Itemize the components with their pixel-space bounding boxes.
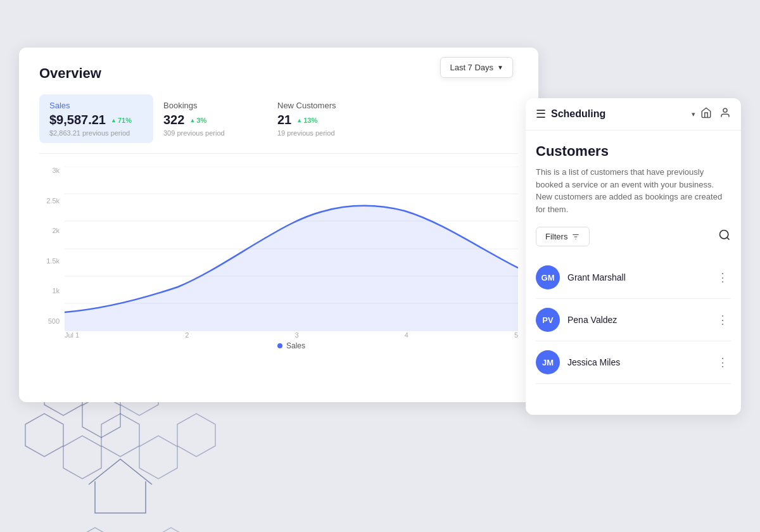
svg-marker-24 xyxy=(152,528,190,532)
chart-main: Jul 1 2 3 4 5 Sales xyxy=(65,167,518,344)
svg-marker-9 xyxy=(63,436,101,479)
svg-point-32 xyxy=(723,108,727,112)
time-filter-button[interactable]: Last 7 Days ▼ xyxy=(440,57,513,78)
user-icon[interactable] xyxy=(719,107,731,121)
svg-line-37 xyxy=(727,238,730,240)
y-label-1k: 1k xyxy=(52,287,60,294)
stat-new-customers-badge: 13% xyxy=(296,117,317,124)
y-label-1.5k: 1.5k xyxy=(46,257,60,265)
stat-sales-badge: 71% xyxy=(111,117,132,124)
customer-item-0[interactable]: GM Grant Marshall ⋮ xyxy=(536,256,731,299)
svg-marker-22 xyxy=(76,528,114,532)
customers-desc: This is a list of customers that have pr… xyxy=(536,166,731,215)
y-label-3k: 3k xyxy=(52,167,60,174)
scheduling-header: ☰ Scheduling ▾ xyxy=(526,98,741,130)
customer-item-2[interactable]: JM Jessica Miles ⋮ xyxy=(536,341,731,384)
chart-svg xyxy=(65,167,518,331)
y-label-500: 500 xyxy=(48,317,60,325)
stat-bookings[interactable]: Bookings 322 3% 309 previous period xyxy=(153,94,267,143)
customers-title: Customers xyxy=(536,143,731,160)
customers-body: Customers This is a list of customers th… xyxy=(526,130,741,396)
customer-avatar-0: GM xyxy=(536,265,560,289)
x-labels: Jul 1 2 3 4 5 xyxy=(65,331,518,339)
time-filter-label: Last 7 Days xyxy=(450,63,493,72)
stat-new-customers-label: New Customers xyxy=(277,101,364,110)
hamburger-icon[interactable]: ☰ xyxy=(536,107,546,121)
stat-bookings-label: Bookings xyxy=(163,101,250,110)
stat-new-customers[interactable]: New Customers 21 13% 19 previous period xyxy=(267,94,381,143)
y-label-2.5k: 2.5k xyxy=(46,197,60,205)
stat-bookings-value: 322 xyxy=(163,113,184,127)
customer-item-1[interactable]: PV Pena Valdez ⋮ xyxy=(536,299,731,341)
filters-row: Filters xyxy=(536,227,731,246)
x-label-5: 5 xyxy=(514,331,518,339)
store-icon[interactable] xyxy=(700,107,712,121)
filters-button[interactable]: Filters xyxy=(536,227,590,246)
chart-y-labels: 3k 2.5k 2k 1.5k 1k 500 xyxy=(39,167,65,325)
customer-list: GM Grant Marshall ⋮ PV Pena Valdez ⋮ JM … xyxy=(536,256,731,384)
customer-name-0: Grant Marshall xyxy=(567,272,707,282)
customer-name-1: Pena Valdez xyxy=(567,315,707,325)
filter-icon xyxy=(571,232,580,241)
stat-bookings-badge: 3% xyxy=(189,117,206,124)
legend-dot xyxy=(277,343,282,348)
more-options-0[interactable]: ⋮ xyxy=(714,270,731,284)
stats-row: Sales $9,587.21 71% $2,863.21 previous p… xyxy=(39,94,518,154)
svg-marker-8 xyxy=(25,414,63,457)
scheduling-card: ☰ Scheduling ▾ Customers This is a list … xyxy=(526,98,741,415)
stat-new-customers-value-row: 21 13% xyxy=(277,113,364,127)
filters-label: Filters xyxy=(545,232,567,241)
y-label-2k: 2k xyxy=(52,227,60,234)
stat-sales-value: $9,587.21 xyxy=(49,113,106,127)
customer-avatar-1: PV xyxy=(536,308,560,332)
scheduling-header-title: Scheduling xyxy=(551,108,687,120)
svg-marker-11 xyxy=(139,436,177,479)
customer-avatar-2: JM xyxy=(536,350,560,374)
legend-label: Sales xyxy=(286,341,305,350)
chevron-down-icon: ▼ xyxy=(497,64,504,71)
stat-new-customers-prev: 19 previous period xyxy=(277,129,364,137)
search-icon xyxy=(718,229,731,241)
svg-point-36 xyxy=(720,231,728,239)
search-button[interactable] xyxy=(718,229,731,244)
more-options-2[interactable]: ⋮ xyxy=(714,355,731,369)
x-label-3: 3 xyxy=(295,331,299,339)
chart-legend: Sales xyxy=(65,341,518,350)
stat-sales[interactable]: Sales $9,587.21 71% $2,863.21 previous p… xyxy=(39,94,153,143)
scheduling-chevron-icon[interactable]: ▾ xyxy=(692,110,695,118)
more-options-1[interactable]: ⋮ xyxy=(714,313,731,327)
stat-bookings-value-row: 322 3% xyxy=(163,113,250,127)
x-label-jul1: Jul 1 xyxy=(65,331,79,339)
header-icons xyxy=(700,107,731,121)
stat-new-customers-value: 21 xyxy=(277,113,291,127)
stat-sales-prev: $2,863.21 previous period xyxy=(49,129,136,137)
stat-sales-label: Sales xyxy=(49,101,136,110)
x-label-2: 2 xyxy=(185,331,189,339)
svg-marker-12 xyxy=(177,414,215,457)
stat-bookings-prev: 309 previous period xyxy=(163,129,250,137)
customer-name-2: Jessica Miles xyxy=(567,357,707,367)
chart-area: 3k 2.5k 2k 1.5k 1k 500 Ju xyxy=(39,167,518,344)
x-label-4: 4 xyxy=(405,331,408,339)
stat-sales-value-row: $9,587.21 71% xyxy=(49,113,136,127)
overview-card: Overview Sales $9,587.21 71% $2,863.21 p… xyxy=(19,48,538,402)
